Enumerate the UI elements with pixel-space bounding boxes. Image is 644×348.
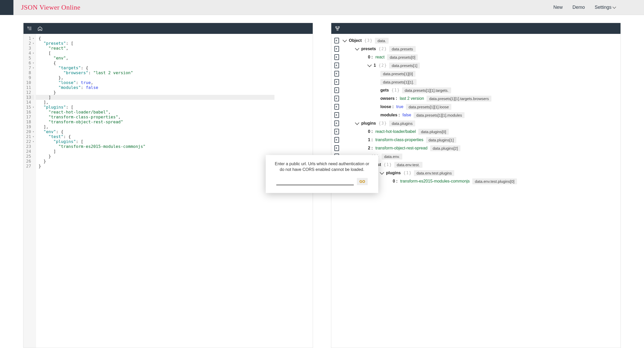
tree-row[interactable]: 0 :react-hot-loader/babeldata.plugins[0] — [333, 127, 619, 136]
document-icon[interactable] — [334, 63, 339, 68]
document-icon[interactable] — [334, 145, 339, 151]
line-number: 15▾ — [26, 105, 34, 110]
node-key: loose : — [380, 104, 394, 109]
nav: New Demo Settings — [553, 5, 644, 10]
line-number: 6▾ — [26, 60, 34, 65]
chevron-down-icon[interactable] — [367, 63, 372, 67]
code-line[interactable]: "loose": true, — [38, 80, 145, 85]
node-key: owsers : — [380, 96, 397, 101]
modal-text: Enter a public url. Urls which need auth… — [272, 161, 372, 172]
editor-gutter: 1▾2▾34▾56▾7▾89101112131415▾1617181920▾21… — [23, 34, 36, 348]
tree-row[interactable]: owsers :last 2 versiondata.presets[1][1]… — [333, 94, 619, 103]
code-line[interactable]: } — [38, 90, 145, 95]
tree-row[interactable]: data.presets[1][1]. — [333, 78, 619, 86]
chevron-down-icon[interactable] — [355, 121, 359, 125]
code-line[interactable]: { — [38, 60, 145, 65]
tree-row[interactable]: loose :truedata.presets[1][1].loose — [333, 103, 619, 111]
code-line[interactable]: "transform-es2015-modules-commonjs" — [38, 144, 145, 149]
url-input[interactable] — [276, 178, 354, 185]
code-line[interactable]: [ — [38, 51, 145, 56]
nav-new[interactable]: New — [553, 5, 563, 10]
document-icon[interactable] — [334, 104, 339, 110]
document-icon[interactable] — [334, 54, 339, 60]
code-line[interactable]: "env": { — [38, 129, 145, 134]
document-icon[interactable] — [334, 71, 339, 77]
tree-row[interactable]: data.presets[1][0] — [333, 70, 619, 78]
document-icon[interactable] — [334, 38, 339, 43]
chevron-down-icon[interactable] — [343, 38, 347, 42]
node-path: data.env. — [382, 154, 403, 160]
document-icon[interactable] — [334, 112, 339, 118]
line-number: 9 — [26, 75, 34, 80]
brand-title: JSON Viewer Online — [21, 4, 80, 11]
tree-row[interactable]: Object3data. — [333, 36, 619, 45]
line-number: 7▾ — [26, 65, 34, 70]
node-value: transform-es2015-modules-commonjs — [400, 179, 470, 184]
tree-row[interactable]: 12data.presets[1] — [333, 61, 619, 70]
node-value: react-hot-loader/babel — [375, 129, 416, 134]
document-icon[interactable] — [334, 137, 339, 143]
code-line[interactable]: "modules": false — [38, 85, 145, 90]
tree-row[interactable]: plugins3data.plugins — [333, 119, 619, 127]
tree-icon[interactable] — [335, 26, 340, 31]
chevron-down-icon[interactable] — [380, 170, 384, 175]
code-line[interactable]: "transform-object-rest-spread" — [38, 119, 145, 124]
document-icon[interactable] — [334, 79, 339, 85]
node-label: plugins — [361, 121, 376, 126]
tree-row[interactable]: 1 :transform-class-propertiesdata.plugin… — [333, 136, 619, 144]
document-icon[interactable] — [334, 46, 339, 52]
code-line[interactable]: ] — [38, 149, 145, 154]
node-label: Object — [349, 38, 362, 43]
code-line[interactable]: } — [38, 164, 145, 169]
code-line[interactable]: ], — [38, 100, 145, 105]
node-path: data.presets[1][1].targets.browsers — [427, 96, 491, 102]
code-line[interactable]: "targets": { — [38, 65, 145, 70]
line-number: 24 — [26, 149, 34, 154]
code-line[interactable]: "plugins": [ — [38, 139, 145, 144]
line-number: 2▾ — [26, 41, 34, 46]
code-line[interactable]: ], — [38, 124, 145, 129]
document-icon[interactable] — [334, 96, 339, 101]
node-count: 3 — [379, 121, 387, 126]
modal-row: GO — [272, 178, 372, 185]
document-icon[interactable] — [334, 87, 339, 93]
nav-settings[interactable]: Settings — [595, 5, 616, 10]
code-line[interactable]: "react-hot-loader/babel", — [38, 110, 145, 115]
code-line[interactable]: "presets": [ — [38, 41, 145, 46]
node-count: 1 — [391, 88, 399, 93]
code-line[interactable]: }, — [38, 75, 145, 80]
node-path: data.presets — [389, 46, 416, 52]
tree-row[interactable]: gets1data.presets[1][1].targets. — [333, 86, 619, 94]
line-number: 4▾ — [26, 51, 34, 56]
chevron-down-icon[interactable] — [355, 46, 359, 51]
code-line[interactable]: } — [38, 154, 145, 159]
code-line[interactable]: } — [38, 159, 145, 164]
code-line[interactable]: "transform-class-properties", — [38, 115, 145, 119]
tree-row[interactable]: presets2data.presets — [333, 45, 619, 53]
node-path: data.presets[1][0] — [380, 71, 415, 77]
go-button[interactable]: GO — [357, 178, 368, 185]
node-path: data.env.test.plugins — [414, 170, 454, 176]
line-number: 17 — [26, 115, 34, 119]
code-line[interactable]: { — [38, 36, 145, 41]
code-area[interactable]: { "presets": [ "react", [ "env", { "targ… — [36, 34, 148, 348]
line-number: 14 — [26, 100, 34, 105]
tree-row[interactable]: 2 :transform-object-rest-spreaddata.plug… — [333, 144, 619, 152]
home-icon[interactable] — [37, 26, 43, 31]
line-number: 21▾ — [26, 134, 34, 139]
editor-toolbar: 1 — [23, 23, 313, 34]
code-line[interactable]: "react", — [38, 46, 145, 51]
code-line[interactable]: ] — [36, 95, 274, 100]
document-icon[interactable] — [334, 120, 339, 126]
document-icon[interactable] — [334, 129, 339, 134]
tree-toolbar — [331, 23, 621, 34]
code-line[interactable]: "browsers": "last 2 version" — [38, 70, 145, 75]
node-value: false — [403, 113, 411, 117]
tree-row[interactable]: 0 :reactdata.presets[0] — [333, 53, 619, 61]
code-line[interactable]: "plugins": [ — [38, 105, 145, 110]
tree-row[interactable]: modules :falsedata.presets[1][1].modules — [333, 111, 619, 119]
nav-demo[interactable]: Demo — [572, 5, 585, 10]
code-line[interactable]: "env", — [38, 56, 145, 60]
format-icon[interactable]: 1 — [27, 26, 32, 31]
code-line[interactable]: "test": { — [38, 134, 145, 139]
